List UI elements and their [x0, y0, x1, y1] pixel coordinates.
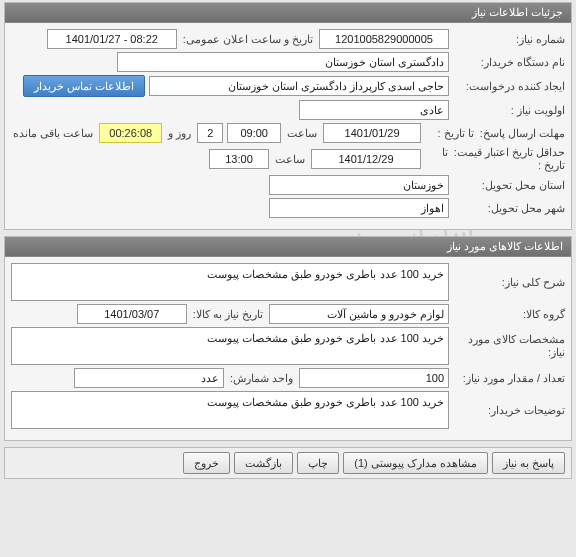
validity-label: حداقل تاریخ اعتبار قیمت: تا تاریخ : [425, 146, 565, 172]
row-validity: حداقل تاریخ اعتبار قیمت: تا تاریخ : 1401… [11, 146, 565, 172]
deadline-label: مهلت ارسال پاسخ: تا تاریخ : [425, 127, 565, 140]
footer-toolbar: پاسخ به نیاز مشاهده مدارک پیوستی (1) چاپ… [4, 447, 572, 479]
desc-label: شرح کلی نیاز: [453, 276, 565, 289]
buyer-label: نام دستگاه خریدار: [453, 56, 565, 69]
row-spec: مشخصات کالای مورد نیاز: خرید 100 عدد باط… [11, 327, 565, 365]
unit-label: واحد شمارش: [228, 372, 295, 385]
priority-field: عادی [299, 100, 449, 120]
contact-buyer-button[interactable]: اطلاعات تماس خریدار [23, 75, 145, 97]
unit-field: عدد [74, 368, 224, 388]
deadline-date-field: 1401/01/29 [323, 123, 421, 143]
row-group: گروه کالا: لوازم خودرو و ماشین آلات تاری… [11, 304, 565, 324]
row-need-number: شماره نیاز: 1201005829000005 تاریخ و ساع… [11, 29, 565, 49]
back-button[interactable]: بازگشت [234, 452, 293, 474]
desc-field: خرید 100 عدد باطری خودرو طبق مشخصات پیوس… [11, 263, 449, 301]
city-field: اهواز [269, 198, 449, 218]
row-province: استان محل تحویل: خوزستان [11, 175, 565, 195]
qty-field: 100 [299, 368, 449, 388]
exit-button[interactable]: خروج [183, 452, 230, 474]
group-field: لوازم خودرو و ماشین آلات [269, 304, 449, 324]
goods-info-header: اطلاعات کالاهای مورد نیاز [5, 237, 571, 257]
buyer-note-label: توضیحات خریدار: [453, 404, 565, 417]
deadline-label-text: مهلت ارسال پاسخ: [480, 127, 565, 139]
need-details-panel: جزئیات اطلاعات نیاز شماره نیاز: 12010058… [4, 2, 572, 230]
remaining-suffix-label: ساعت باقی مانده [11, 127, 95, 140]
row-desc: شرح کلی نیاز: خرید 100 عدد باطری خودرو ط… [11, 263, 565, 301]
deadline-time-field: 09:00 [227, 123, 281, 143]
province-label: استان محل تحویل: [453, 179, 565, 192]
group-label: گروه کالا: [453, 308, 565, 321]
until-label-text-1: تا تاریخ : [438, 127, 474, 139]
need-number-label: شماره نیاز: [453, 33, 565, 46]
priority-label: اولویت نیاز : [453, 104, 565, 117]
buyer-field: دادگستری استان خوزستان [117, 52, 449, 72]
validity-date-field: 1401/12/29 [311, 149, 421, 169]
need-date-field: 1401/03/07 [77, 304, 187, 324]
spec-label: مشخصات کالای مورد نیاز: [453, 333, 565, 359]
city-label: شهر محل تحویل: [453, 202, 565, 215]
row-priority: اولویت نیاز : عادی [11, 100, 565, 120]
buyer-note-field: خرید 100 عدد باطری خودرو طبق مشخصات پیوس… [11, 391, 449, 429]
validity-time-label: ساعت [273, 153, 307, 166]
announce-label: تاریخ و ساعت اعلان عمومی: [181, 33, 315, 46]
row-qty: تعداد / مقدار مورد نیاز: 100 واحد شمارش:… [11, 368, 565, 388]
province-field: خوزستان [269, 175, 449, 195]
validity-label-text: حداقل تاریخ اعتبار قیمت: [454, 146, 565, 158]
need-date-label: تاریخ نیاز به کالا: [191, 308, 265, 321]
print-button[interactable]: چاپ [297, 452, 339, 474]
validity-time-field: 13:00 [209, 149, 269, 169]
footer-spacer [11, 452, 179, 474]
announce-field: 1401/01/27 - 08:22 [47, 29, 177, 49]
qty-label: تعداد / مقدار مورد نیاز: [453, 372, 565, 385]
goods-info-panel: اطلاعات کالاهای مورد نیاز شرح کلی نیاز: … [4, 236, 572, 441]
days-and-label: روز و [166, 127, 193, 140]
spec-field: خرید 100 عدد باطری خودرو طبق مشخصات پیوس… [11, 327, 449, 365]
remaining-days-field: 2 [197, 123, 223, 143]
row-creator: ایجاد کننده درخواست: حاجی اسدی کارپرداز … [11, 75, 565, 97]
remaining-time-field: 00:26:08 [99, 123, 162, 143]
creator-label: ایجاد کننده درخواست: [453, 80, 565, 93]
row-deadline: مهلت ارسال پاسخ: تا تاریخ : 1401/01/29 س… [11, 123, 565, 143]
deadline-time-label: ساعت [285, 127, 319, 140]
attachments-button[interactable]: مشاهده مدارک پیوستی (1) [343, 452, 488, 474]
row-buyer-note: توضیحات خریدار: خرید 100 عدد باطری خودرو… [11, 391, 565, 429]
need-details-header: جزئیات اطلاعات نیاز [5, 3, 571, 23]
need-number-field: 1201005829000005 [319, 29, 449, 49]
answer-button[interactable]: پاسخ به نیاز [492, 452, 565, 474]
goods-info-body: شرح کلی نیاز: خرید 100 عدد باطری خودرو ط… [5, 257, 571, 440]
need-details-body: شماره نیاز: 1201005829000005 تاریخ و ساع… [5, 23, 571, 229]
row-buyer: نام دستگاه خریدار: دادگستری استان خوزستا… [11, 52, 565, 72]
creator-field: حاجی اسدی کارپرداز دادگستری استان خوزستا… [149, 76, 449, 96]
row-city: شهر محل تحویل: اهواز [11, 198, 565, 218]
